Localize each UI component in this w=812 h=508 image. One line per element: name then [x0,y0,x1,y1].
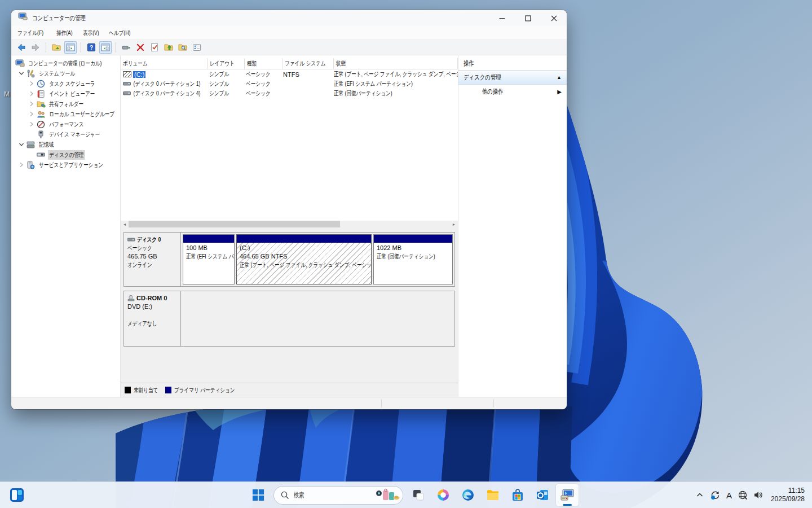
tree-item-label: ディスクの管理 [48,150,85,160]
search-highlight-image[interactable] [374,488,400,502]
scroll-right-arrow[interactable]: ► [450,221,458,227]
toolbar-separator [81,42,81,52]
tree-item[interactable]: 記憶域 [11,139,120,150]
update-restart-icon[interactable] [709,489,722,501]
volume-row[interactable]: (C:)シンプルベーシックNTFS正常 (ブート, ページ ファイル, クラッシ… [121,69,458,79]
find-button[interactable] [176,41,189,54]
chevron-down-icon[interactable] [17,69,26,78]
search-box[interactable]: 検索 [274,487,403,504]
tree-item[interactable]: システム ツール [11,68,120,78]
volume-type: ベーシック [244,70,281,78]
partition-details: (C:)464.65 GB NTFS正常 (ブート, ページ ファイル, クラッ… [237,243,371,284]
chevron-down-icon[interactable] [17,140,26,149]
maximize-button[interactable] [515,10,541,26]
column-header[interactable]: 種類 [245,58,283,69]
minimize-button[interactable] [489,10,515,26]
partition-3[interactable]: 1022 MB正常 (回復パーティション) [373,234,453,284]
task-view-button[interactable] [407,484,430,506]
back-button[interactable] [15,41,28,54]
volume-row[interactable]: (ディスク 0 パーティション 1)シンプルベーシック正常 (EFI システム … [121,79,458,89]
clock[interactable]: 11:15 2025/09/28 [771,487,805,503]
forward-button[interactable] [29,41,42,54]
show-console-tree-button[interactable] [64,41,77,54]
export-list-button[interactable] [162,41,175,54]
services-icon [26,161,36,169]
tree-item-label: システム ツール [38,69,76,78]
chevron-right-icon[interactable] [27,89,36,98]
volume-row[interactable]: (ディスク 0 パーティション 4)シンプルベーシック正常 (回復パーティション… [121,89,458,98]
tree-item[interactable]: サービスとアプリケーション [11,160,120,170]
volume-icon[interactable] [752,489,765,501]
chevron-right-icon[interactable] [27,120,36,129]
column-header[interactable]: ファイル システム [283,58,334,69]
actions-pane: 操作 ディスクの管理▲ 他の操作▶ [458,55,567,397]
outlook-icon[interactable] [531,484,554,506]
disk0-info[interactable]: ディスク 0 ベーシック 465.75 GB オンライン [124,233,181,286]
tree-item[interactable]: パフォーマンス [11,119,120,129]
scrollbar-thumb[interactable] [129,221,340,227]
tree-item-label: コンピューターの管理 (ローカル) [27,59,103,68]
properties-button[interactable] [148,41,161,54]
delete-button[interactable] [134,41,147,54]
desktop-icon-label-partial[interactable]: M [4,90,10,98]
tree-item[interactable]: 共有フォルダー [11,99,120,109]
edge-icon[interactable] [457,484,479,506]
menu-help[interactable]: ヘルプ(H) [106,27,139,39]
horizontal-scrollbar[interactable]: ◄ ► [121,221,458,227]
copilot-icon[interactable] [432,484,454,506]
cdrom-info[interactable]: CD-ROM 0 DVD (E:) メディアなし [124,291,181,346]
menu-view[interactable]: 表示(V) [80,27,107,39]
column-header[interactable]: レイアウト [208,58,245,69]
actions-header: 操作 [458,57,567,71]
title-bar[interactable]: コンピューターの管理 [11,10,567,26]
actions-group-disk-management[interactable]: ディスクの管理▲ [458,71,567,85]
more-actions[interactable]: 他の操作▶ [458,85,567,98]
menu-file[interactable]: ファイル(F) [15,27,54,39]
column-header[interactable]: ボリューム [121,58,208,69]
app-icon [18,12,28,24]
chevron-right-icon[interactable] [27,79,36,88]
scroll-left-arrow[interactable]: ◄ [121,221,129,227]
tree-item[interactable]: イベント ビューアー [11,89,120,99]
partition-details: 1022 MB正常 (回復パーティション) [374,243,452,284]
checklist-button[interactable] [191,41,203,54]
partition-color-bar [374,235,452,243]
tree-item[interactable]: デバイス マネージャー [11,129,120,139]
file-explorer-icon[interactable] [482,484,504,506]
computer-management-taskbar-icon[interactable] [556,484,579,506]
network-globe-icon[interactable] [736,489,749,501]
microsoft-store-icon[interactable] [506,484,529,506]
storage-icon [26,141,36,149]
tray-chevron-up-icon[interactable] [694,489,706,501]
tree-item-label: タスク スケジューラ [48,79,96,89]
eventviewer-icon [36,90,46,98]
help-button[interactable]: ? [85,41,98,54]
tree-item-label: ローカル ユーザーとグループ [48,110,116,119]
start-button[interactable] [247,484,270,506]
tree-item[interactable]: コンピューターの管理 (ローカル) [11,58,120,68]
partition-1[interactable]: 100 MB正常 (EFI システム パーティション) [183,234,235,284]
close-button[interactable] [541,10,567,26]
tree-item[interactable]: ローカル ユーザーとグループ [11,109,120,119]
diskmgmt-icon [36,151,46,159]
volume-icon [123,71,131,77]
disk0-row: ディスク 0 ベーシック 465.75 GB オンライン 100 MB正常 (E… [123,232,455,287]
chevron-right-icon[interactable] [27,99,36,108]
volume-name: (ディスク 0 パーティション 1) [133,80,201,88]
ime-indicator[interactable]: A [725,491,733,500]
chevron-right-icon[interactable] [27,110,36,119]
up-one-level-button[interactable] [50,41,63,54]
chevron-right-icon[interactable] [17,160,26,169]
show-action-pane-button[interactable] [99,41,112,54]
tree-item-label: 記憶域 [38,140,55,150]
widgets-button[interactable] [8,487,25,503]
tools-icon [26,69,36,78]
tree-item[interactable]: ディスクの管理 [11,150,120,160]
menu-action[interactable]: 操作(A) [54,27,80,39]
volume-name: (C:) [133,71,145,78]
tree-item[interactable]: タスク スケジューラ [11,78,120,89]
cdrom-row: CD-ROM 0 DVD (E:) メディアなし [123,291,455,347]
partition-2[interactable]: (C:)464.65 GB NTFS正常 (ブート, ページ ファイル, クラッ… [236,234,372,284]
rescan-disks-button[interactable] [120,41,133,54]
column-header[interactable]: 状態 [334,58,458,69]
